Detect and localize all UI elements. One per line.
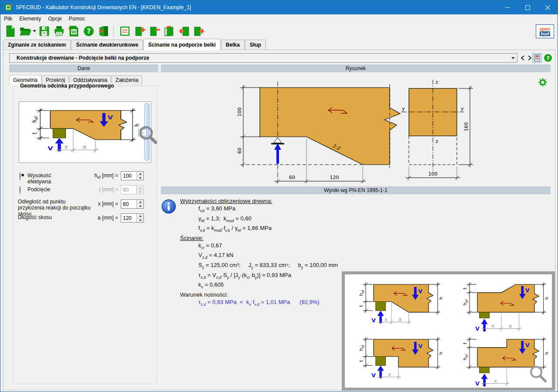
module-tab-1[interactable]: Ścinanie dwukierunkowe	[71, 40, 143, 50]
toolbar-help-button[interactable]: ?	[82, 25, 95, 38]
svg-text:t: t	[358, 360, 364, 362]
field-input-0[interactable]: 100	[121, 171, 144, 180]
menu-opcje[interactable]: Opcje	[44, 15, 65, 23]
field-symbol-2: x [mm] =	[88, 201, 118, 207]
toolbar-element-remove-button[interactable]	[147, 25, 161, 38]
specbud-logo: spec bud	[536, 24, 554, 38]
svg-text:V: V	[418, 343, 422, 349]
toolbar-element-next-button[interactable]	[192, 25, 206, 38]
next-task-button[interactable]	[526, 54, 533, 62]
open-file-dropdown-caret[interactable]	[33, 30, 36, 32]
axis-y-right: y	[461, 106, 464, 112]
svg-text:x: x	[494, 378, 497, 384]
dim-160: 160	[463, 122, 469, 132]
toolbar-save-button[interactable]	[37, 25, 51, 38]
toolbar-export-word-button[interactable]: W	[67, 25, 81, 38]
svg-text:?: ?	[86, 27, 90, 35]
svg-text:h: h	[438, 297, 443, 300]
task-selector[interactable]: Konstrukcje drewniane - Podcięcie belki …	[9, 53, 517, 63]
prev-task-button[interactable]	[519, 54, 526, 62]
info-icon[interactable]	[161, 199, 176, 216]
module-tabs: Zginanie ze ściskaniemŚcinanie dwukierun…	[0, 39, 558, 50]
field-value-3: 120	[121, 214, 136, 222]
svg-text:a: a	[398, 316, 401, 322]
title-bar: SPECBUD - Kalkulator Konstrukcji Drewnia…	[0, 0, 558, 14]
svg-text:a: a	[509, 323, 512, 329]
radio-0[interactable]	[20, 172, 20, 180]
close-button[interactable]	[538, 0, 558, 14]
field-symbol-3: a [mm] =	[88, 215, 118, 221]
module-tab-4[interactable]: Słup	[245, 40, 266, 50]
results-line-1-2: Sy = 125,00 cm³; Jy = 833,33 cm⁴; by = 1…	[198, 261, 546, 271]
variant-top-taper[interactable]: thefhVVxa	[454, 278, 549, 332]
toolbar-element-add-button[interactable]	[133, 25, 146, 38]
spin-down-0[interactable]	[137, 176, 143, 180]
chevron-down-icon[interactable]	[509, 57, 517, 59]
spin-up-1	[137, 186, 143, 190]
dim-cs-100: 100	[429, 171, 438, 177]
svg-text:h: h	[544, 297, 549, 300]
svg-text:hef: hef	[462, 354, 468, 360]
radio-1[interactable]	[20, 186, 20, 194]
toolbar-print-button[interactable]	[52, 25, 66, 38]
toolbar-element-prev-button[interactable]	[177, 25, 191, 38]
geometry-preview-box: hefthVVxa ...	[19, 101, 151, 163]
data-tab-założenia[interactable]: Założenia	[112, 75, 142, 85]
popup-zoom-cursor-icon	[528, 364, 548, 385]
field-input-3[interactable]: 120	[121, 213, 144, 223]
calculator-button[interactable]	[532, 53, 542, 63]
spin-up-2[interactable]	[137, 200, 143, 204]
axis-z-bottom: z	[436, 139, 438, 144]
field-label-3: Długość skosu	[18, 214, 91, 220]
toolbar-separator	[113, 26, 114, 37]
variant-bottom-square[interactable]: hefthVVx	[350, 333, 445, 387]
minimize-button[interactable]	[497, 0, 517, 14]
svg-text:hef: hef	[358, 345, 364, 351]
toolbar-sections-table-button[interactable]	[118, 25, 132, 38]
svg-text:hef: hef	[31, 116, 39, 122]
notch-variant-popup: hefthVVxa thefhVVxa hefthVVx thefhVVx	[342, 271, 555, 391]
menu-plik[interactable]: Plik	[0, 15, 16, 23]
geometry-group-title: Geometria odcinka przypodporowego	[18, 83, 116, 89]
field-label-1: Podcięcie	[27, 186, 50, 193]
results-line-0-1: γM = 1,3; kmod = 0,60	[198, 215, 546, 225]
dim-a-120: 120	[330, 175, 339, 180]
spin-up-3[interactable]	[137, 214, 143, 218]
svg-text:V: V	[475, 326, 480, 332]
dim-100: 100	[237, 108, 242, 117]
menu-pomoc[interactable]: Pomoc	[65, 15, 88, 23]
svg-text:V: V	[371, 318, 376, 324]
toolbar-element-copy-button[interactable]	[162, 25, 176, 38]
svg-text:W: W	[71, 30, 76, 34]
spin-down-1	[137, 190, 143, 194]
variant-bottom-taper[interactable]: hefthVVxa	[350, 278, 445, 332]
menu-elementy[interactable]: Elementy	[16, 15, 44, 23]
context-help-button[interactable]: ?	[544, 54, 552, 62]
drawing-settings-gear-icon[interactable]	[538, 78, 547, 88]
svg-text:x: x	[388, 371, 391, 377]
maximize-button[interactable]	[517, 0, 538, 14]
zoom-cursor-icon	[137, 124, 158, 147]
module-tab-2[interactable]: Ścinanie na podporze belki	[143, 39, 221, 50]
toolbar-open-file-button[interactable]	[18, 25, 32, 38]
field-value-0: 100	[121, 172, 136, 180]
module-tab-3[interactable]: Belka	[221, 40, 245, 50]
svg-text:V: V	[525, 342, 530, 348]
field-symbol-1: t [mm] =	[88, 186, 118, 193]
spin-down-3[interactable]	[137, 218, 143, 222]
toolbar-exit-button[interactable]	[96, 25, 110, 38]
field-input-1: 60	[121, 185, 144, 194]
geometry-preview: hefthVVxa	[20, 104, 142, 160]
field-value-2: 60	[121, 200, 136, 208]
field-input-2[interactable]: 60	[121, 199, 144, 209]
dane-header: Dane	[9, 64, 158, 72]
spin-down-2[interactable]	[137, 204, 143, 208]
toolbar: W? spec bud	[0, 23, 558, 39]
help-icon: ?	[544, 54, 552, 62]
module-tab-0[interactable]: Zginanie ze ściskaniem	[3, 40, 71, 50]
app-icon	[4, 3, 12, 11]
spin-up-0[interactable]	[137, 172, 143, 176]
svg-text:h: h	[544, 352, 549, 355]
toolbar-new-file-button[interactable]	[3, 25, 17, 38]
results-line-0-0: fv,k = 3,60 MPa	[198, 205, 546, 215]
